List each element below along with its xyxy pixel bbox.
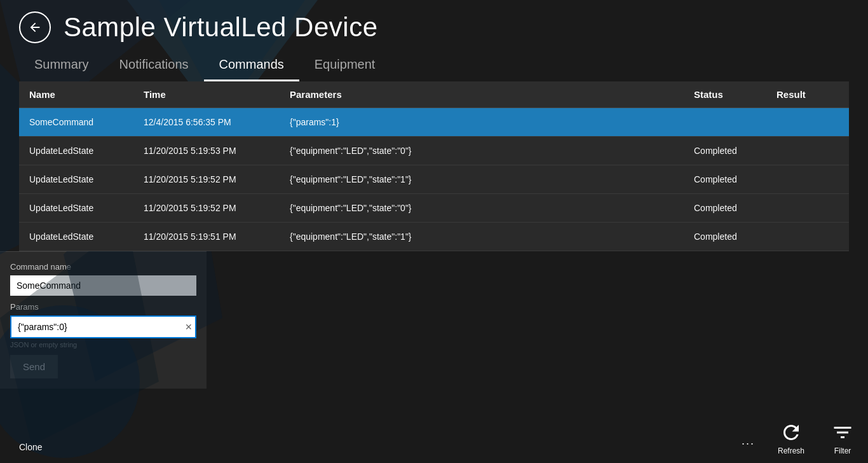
filter-toolbar-item[interactable]: Filter: [817, 413, 868, 463]
cell-parameters: {"equipment":"LED","state":"1"}: [280, 165, 684, 193]
more-button[interactable]: ···: [731, 424, 765, 463]
clone-area: Clone: [0, 431, 62, 463]
tab-equipment[interactable]: Equipment: [299, 50, 391, 81]
cell-name: SomeCommand: [19, 108, 133, 136]
tab-commands[interactable]: Commands: [204, 50, 299, 81]
table-row[interactable]: UpdateLedState 11/20/2015 5:19:52 PM {"e…: [19, 194, 849, 223]
col-status: Status: [684, 81, 766, 107]
col-name: Name: [19, 81, 133, 107]
cell-status: [684, 108, 766, 136]
tab-summary[interactable]: Summary: [19, 50, 104, 81]
cell-status: Completed: [684, 194, 766, 222]
refresh-icon: [780, 421, 803, 444]
cell-parameters: {"equipment":"LED","state":"0"}: [280, 194, 684, 222]
header: Sample VirtualLed Device: [0, 0, 868, 50]
table-row[interactable]: SomeCommand 12/4/2015 6:56:35 PM {"param…: [19, 108, 849, 137]
cell-result: [766, 194, 849, 222]
cell-result: [766, 223, 849, 251]
cell-parameters: {"params":1}: [280, 108, 684, 136]
col-parameters: Parameters: [280, 81, 684, 107]
command-name-label: Command name: [10, 262, 196, 272]
command-name-input[interactable]: [10, 275, 196, 296]
back-icon: [28, 20, 42, 34]
cell-time: 12/4/2015 6:56:35 PM: [133, 108, 280, 136]
table-row[interactable]: UpdateLedState 11/20/2015 5:19:51 PM {"e…: [19, 223, 849, 251]
cell-result: [766, 137, 849, 165]
cell-name: UpdateLedState: [19, 137, 133, 165]
back-button[interactable]: [19, 11, 51, 43]
commands-table: Name Time Parameters Status Result SomeC…: [19, 81, 849, 251]
send-button[interactable]: Send: [10, 355, 58, 378]
cell-time: 11/20/2015 5:19:53 PM: [133, 137, 280, 165]
table-header: Name Time Parameters Status Result: [19, 81, 849, 108]
refresh-label: Refresh: [778, 446, 804, 455]
cell-status: Completed: [684, 165, 766, 193]
clear-params-button[interactable]: ✕: [185, 322, 193, 331]
cell-parameters: {"equipment":"LED","state":"1"}: [280, 223, 684, 251]
col-time: Time: [133, 81, 280, 107]
table-row[interactable]: UpdateLedState 11/20/2015 5:19:53 PM {"e…: [19, 137, 849, 165]
params-input-wrapper: ✕: [10, 315, 196, 338]
params-hint: JSON or empty string: [10, 341, 196, 349]
filter-icon: [831, 421, 854, 444]
cell-time: 11/20/2015 5:19:51 PM: [133, 223, 280, 251]
tabs-container: Summary Notifications Commands Equipment: [0, 50, 868, 81]
filter-label: Filter: [834, 446, 851, 455]
tab-notifications[interactable]: Notifications: [104, 50, 204, 81]
params-label: Params: [10, 302, 196, 312]
clone-button[interactable]: Clone: [19, 442, 43, 452]
bottom-toolbar: ··· Refresh Filter: [731, 413, 868, 463]
cell-name: UpdateLedState: [19, 165, 133, 193]
cell-parameters: {"equipment":"LED","state":"0"}: [280, 137, 684, 165]
table-row[interactable]: UpdateLedState 11/20/2015 5:19:52 PM {"e…: [19, 165, 849, 194]
cell-result: [766, 165, 849, 193]
cell-time: 11/20/2015 5:19:52 PM: [133, 194, 280, 222]
cell-result: [766, 108, 849, 136]
col-result: Result: [766, 81, 849, 107]
cell-time: 11/20/2015 5:19:52 PM: [133, 165, 280, 193]
params-input[interactable]: [10, 315, 196, 338]
cell-name: UpdateLedState: [19, 223, 133, 251]
cell-status: Completed: [684, 223, 766, 251]
refresh-toolbar-item[interactable]: Refresh: [765, 413, 817, 463]
command-form: Command name Params ✕ JSON or empty stri…: [0, 251, 207, 389]
cell-name: UpdateLedState: [19, 194, 133, 222]
page-title: Sample VirtualLed Device: [64, 12, 378, 43]
cell-status: Completed: [684, 137, 766, 165]
